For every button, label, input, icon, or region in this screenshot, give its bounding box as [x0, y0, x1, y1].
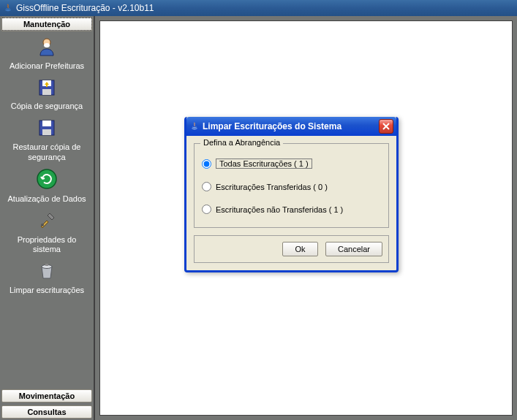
radio-label: Escriturações não Transferidas ( 1 ) [216, 205, 343, 214]
radio-label: Todas Escriturações ( 1 ) [216, 159, 312, 169]
tab-consultas[interactable]: Consultas [1, 405, 92, 419]
radio-input-transferidas[interactable] [202, 182, 211, 191]
svg-point-1 [44, 43, 50, 47]
dialog-title: Limpar Escriturações do Sistema [203, 121, 379, 131]
radio-input-nao-transferidas[interactable] [202, 205, 211, 214]
java-icon [189, 121, 200, 131]
dialog-titlebar: Limpar Escriturações do Sistema [186, 117, 396, 136]
sidebar-item-atualizacao-dados[interactable]: Atualização de Dados [0, 167, 94, 206]
sidebar-item-restaurar-copia[interactable]: Restaurar cópia de segurança [0, 116, 94, 164]
dialog-close-button[interactable] [379, 119, 393, 134]
sidebar-item-label: Propriedades do sistema [3, 235, 91, 256]
radio-input-todas[interactable] [202, 159, 211, 169]
floppy-save-icon [3, 77, 91, 101]
java-icon [3, 3, 13, 13]
svg-rect-7 [42, 129, 51, 135]
sidebar-item-limpar-escrituracoes[interactable]: Limpar escriturações [0, 259, 94, 297]
svg-rect-6 [42, 121, 51, 126]
radio-todas-escrituracoes[interactable]: Todas Escriturações ( 1 ) [202, 159, 381, 169]
radio-nao-transferidas[interactable]: Escriturações não Transferidas ( 1 ) [202, 205, 381, 214]
dialog-limpar-escrituracoes: Limpar Escriturações do Sistema Defina a… [184, 117, 399, 272]
ok-button[interactable]: Ok [282, 242, 317, 256]
sidebar: Manutenção Adicionar Prefeituras Cópia d… [0, 16, 95, 420]
tab-movimentacao[interactable]: Movimentação [1, 389, 92, 402]
groupbox-legend: Defina a Abrangência [200, 138, 283, 147]
tools-icon [3, 210, 91, 234]
tab-manutencao[interactable]: Manutenção [1, 18, 92, 31]
cancel-button[interactable]: Cancelar [325, 242, 382, 256]
sidebar-item-label: Limpar escriturações [3, 286, 91, 296]
dialog-button-bar: Ok Cancelar [194, 235, 389, 263]
floppy-restore-icon [3, 118, 91, 141]
radio-label: Escriturações Transferidas ( 0 ) [216, 183, 328, 191]
sidebar-item-copia-seguranca[interactable]: Cópia de segurança [0, 76, 94, 114]
sidebar-item-label: Cópia de segurança [3, 102, 91, 112]
svg-point-8 [37, 169, 56, 188]
sidebar-items: Adicionar Prefeituras Cópia de segurança… [0, 32, 94, 388]
refresh-green-icon [3, 168, 91, 193]
window-title: GissOffline Escrituração - v2.10b11 [16, 3, 154, 13]
close-icon [382, 120, 390, 133]
sidebar-item-label: Adicionar Prefeituras [3, 61, 91, 72]
groupbox-abrangencia: Defina a Abrangência Todas Escriturações… [194, 143, 389, 228]
sidebar-item-adicionar-prefeituras[interactable]: Adicionar Prefeituras [0, 35, 94, 73]
sidebar-item-propriedades-sistema[interactable]: Propriedades do sistema [0, 209, 94, 256]
sidebar-item-label: Atualização de Dados [3, 194, 91, 205]
sidebar-item-label: Restaurar cópia de segurança [3, 142, 91, 163]
trash-icon [3, 261, 91, 284]
svg-point-9 [41, 224, 44, 226]
svg-rect-11 [45, 264, 48, 266]
main-titlebar: GissOffline Escrituração - v2.10b11 [0, 0, 517, 16]
user-add-icon [3, 37, 91, 60]
svg-rect-4 [42, 89, 51, 95]
radio-transferidas[interactable]: Escriturações Transferidas ( 0 ) [202, 182, 381, 191]
